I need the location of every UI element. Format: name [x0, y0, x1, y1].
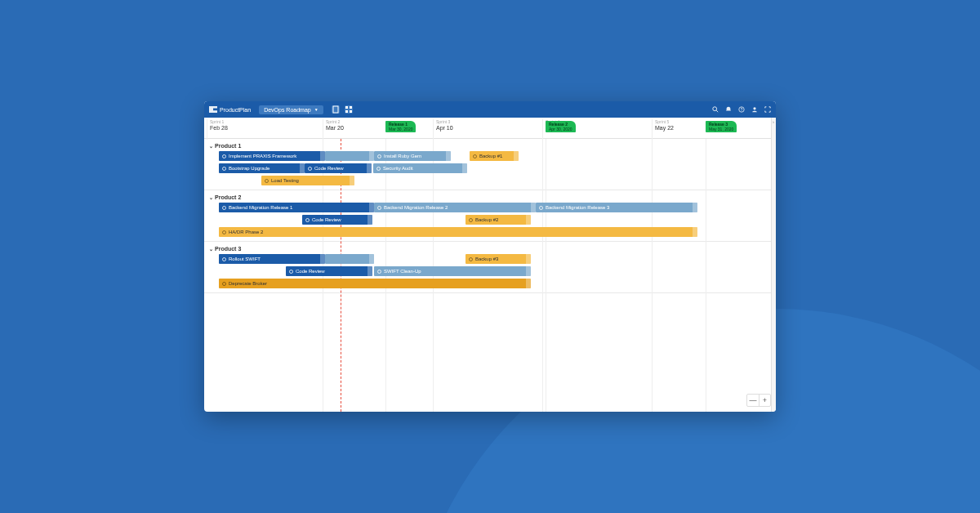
lane-title: Product 1: [215, 143, 241, 149]
bar-icon: [222, 154, 226, 158]
svg-point-5: [713, 107, 717, 111]
roadmap-bar[interactable]: Backup #2: [466, 215, 531, 225]
zoom-in-button[interactable]: +: [759, 395, 770, 406]
bar-icon: [377, 206, 381, 210]
roadmap-selector[interactable]: DevOps Roadmap ▼: [259, 105, 323, 114]
bar-icon: [289, 270, 293, 274]
bar-icon: [539, 206, 543, 210]
bar-icon: [222, 282, 226, 286]
roadmap-bar[interactable]: Backend Migration Release 3: [536, 203, 697, 212]
sprint-label: Sprint 3: [436, 119, 453, 124]
app-name: ProductPlan: [220, 107, 251, 113]
lane-row: Code ReviewBackup #2: [204, 214, 776, 225]
bar-label: Backend Migration Release 2: [384, 205, 448, 210]
roadmap-body: — + ⌄Product 1Implement PRAXIS Framework…: [204, 139, 776, 412]
lane: ⌄Product 3Rollout SWIFTBackup #3Code Rev…: [204, 242, 776, 293]
sprint-label: Sprint 1: [210, 119, 228, 124]
roadmap-bar[interactable]: Backend Migration Release 2: [374, 203, 536, 212]
svg-rect-1: [345, 106, 348, 109]
roadmap-bar[interactable]: SWIFT Clean-Up: [374, 266, 531, 276]
bar-label: Security Audit: [383, 166, 413, 171]
lane-header[interactable]: ⌄Product 3: [204, 244, 776, 253]
bar-label: Backend Migration Release 3: [546, 205, 609, 210]
view-grid-button[interactable]: [345, 105, 353, 114]
chevron-down-icon: ⌄: [209, 143, 213, 149]
lane-row: Bootstrap UpgradeCode ReviewSecurity Aud…: [204, 163, 776, 174]
lane-row: Backend Migration Release 1Backend Migra…: [204, 202, 776, 213]
bar-label: HA/DR Phase 2: [229, 230, 263, 234]
sprint-date: Feb 28: [210, 125, 228, 131]
bar-icon: [222, 206, 226, 210]
lane-header[interactable]: ⌄Product 1: [204, 141, 776, 150]
search-icon[interactable]: [712, 106, 719, 113]
topbar: ProductPlan DevOps Roadmap ▼ ?: [204, 101, 776, 118]
bar-icon: [376, 167, 381, 171]
bar-icon: [222, 257, 226, 261]
roadmap-bar[interactable]: HA/DR Phase 2: [219, 227, 697, 237]
user-icon[interactable]: [751, 106, 758, 113]
bar-label: Bootstrap Upgrade: [229, 166, 270, 171]
bar-label: Implement PRAXIS Framework: [229, 154, 296, 158]
bar-label: Load Testing: [271, 178, 299, 183]
milestone-flag[interactable]: Release 1Mar 30, 2020: [385, 121, 416, 132]
bar-icon: [308, 167, 312, 171]
roadmap-bar[interactable]: Backend Migration Release 1: [219, 203, 374, 212]
svg-rect-3: [345, 110, 348, 113]
zoom-out-button[interactable]: —: [747, 395, 759, 406]
lane-row: HA/DR Phase 2: [204, 226, 776, 238]
notifications-icon[interactable]: [725, 106, 732, 113]
lane-row: Rollout SWIFTBackup #3: [204, 253, 776, 265]
sprint-date: May 22: [655, 125, 674, 131]
sprint-column: Sprint 5May 22: [652, 119, 674, 140]
milestone-flag[interactable]: Release 2Apr 30, 2020: [546, 121, 576, 132]
zoom-control: — +: [746, 394, 771, 407]
roadmap-bar[interactable]: Backup #1: [470, 151, 519, 161]
bar-icon: [222, 167, 226, 171]
lane-header[interactable]: ⌄Product 2: [204, 193, 776, 202]
bar-icon: [222, 230, 226, 234]
roadmap-bar[interactable]: Rollout SWIFT: [219, 254, 325, 264]
lane-row: Deprecate Broker: [204, 278, 776, 289]
milestone-date: Apr 30, 2020: [549, 127, 572, 132]
roadmap-bar[interactable]: Implement PRAXIS Framework: [219, 151, 325, 161]
app-window: ProductPlan DevOps Roadmap ▼ ? Sprint 1F…: [204, 101, 776, 412]
sprint-label: Sprint 5: [655, 119, 674, 124]
sprint-column: Sprint 1Feb 28: [207, 119, 228, 140]
sprint-label: Sprint 2: [326, 119, 344, 124]
roadmap-bar[interactable]: Bootstrap Upgrade: [219, 163, 305, 173]
lane: ⌄Product 1Implement PRAXIS FrameworkInst…: [204, 139, 776, 190]
view-timeline-button[interactable]: [332, 105, 340, 114]
roadmap-bar[interactable]: Deprecate Broker: [219, 279, 531, 288]
sprint-column: Sprint 3Apr 10: [433, 119, 453, 140]
milestone-date: May 31, 2020: [709, 127, 733, 132]
fullscreen-icon[interactable]: [764, 106, 771, 113]
svg-rect-2: [350, 106, 352, 109]
roadmap-bar[interactable]: [325, 151, 374, 161]
sprint-date: Apr 10: [436, 125, 453, 131]
bar-label: Backup #3: [475, 256, 498, 261]
roadmap-bar[interactable]: Code Review: [305, 163, 372, 173]
bar-icon: [473, 154, 477, 158]
lane-row: Code ReviewSWIFT Clean-Up: [204, 265, 776, 277]
lane-title: Product 2: [215, 194, 241, 200]
roadmap-bar[interactable]: Backup #3: [466, 254, 531, 264]
bar-label: Code Review: [314, 166, 344, 171]
roadmap-bar[interactable]: Security Audit: [373, 163, 467, 173]
bar-icon: [265, 179, 269, 183]
roadmap-bar[interactable]: [325, 254, 374, 264]
roadmap-bar[interactable]: Install Ruby Gem: [374, 151, 451, 161]
help-icon[interactable]: ?: [738, 106, 745, 113]
roadmap-bar[interactable]: Code Review: [302, 215, 372, 225]
bar-label: Backup #1: [479, 154, 502, 158]
milestone-flag[interactable]: Release 3May 31, 2020: [706, 121, 737, 132]
timeline-header: Sprint 1Feb 28Sprint 2Mar 20Sprint 3Apr …: [204, 118, 776, 139]
chevron-down-icon: ⌄: [209, 194, 213, 200]
roadmap-bar[interactable]: Code Review: [286, 266, 372, 276]
bar-icon: [305, 218, 310, 222]
bar-icon: [469, 218, 473, 222]
lane: ⌄Product 2Backend Migration Release 1Bac…: [204, 190, 776, 242]
roadmap-bar[interactable]: Load Testing: [261, 176, 354, 185]
milestone-date: Mar 30, 2020: [389, 127, 412, 132]
app-logo[interactable]: ProductPlan: [209, 106, 251, 113]
sidebar-toggle[interactable]: [771, 118, 776, 412]
